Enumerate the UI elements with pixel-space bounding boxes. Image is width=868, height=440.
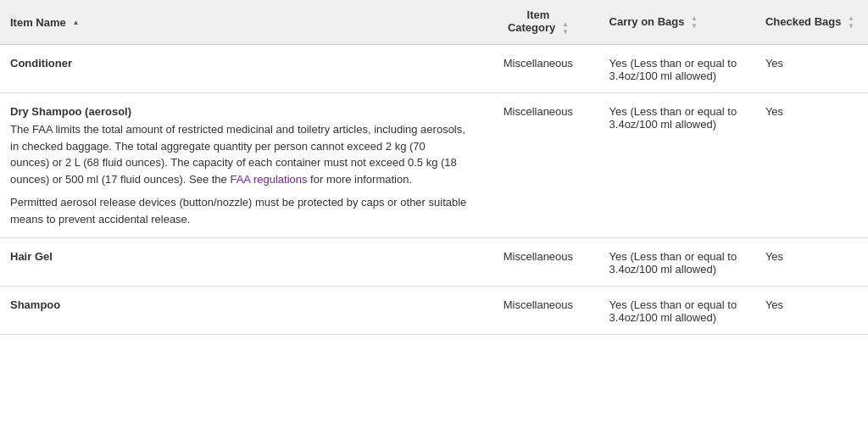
category-value: Miscellaneous <box>504 298 573 311</box>
col-header-item-name[interactable]: Item Name ▲ <box>0 0 477 45</box>
col-header-item-name-label: Item Name <box>10 16 66 29</box>
sort-up-icon-checked: ▲ <box>848 15 854 22</box>
item-category-dry-shampoo: Miscellaneous <box>477 93 598 238</box>
sort-up-icon-carry: ▲ <box>691 15 698 22</box>
checked-conditioner: Yes <box>755 45 868 93</box>
sort-up-icon: ▲ <box>72 19 79 26</box>
item-name-label: Dry Shampoo (aerosol) <box>10 105 467 118</box>
item-name-label: Hair Gel <box>10 250 467 263</box>
item-category-hair-gel: Miscellaneous <box>477 238 598 287</box>
item-name-dry-shampoo: Dry Shampoo (aerosol) The FAA limits the… <box>0 93 477 238</box>
col-header-item-category-label: ItemCategory <box>508 8 555 34</box>
checked-dry-shampoo: Yes <box>755 93 868 238</box>
checked-value: Yes <box>765 250 783 263</box>
items-table: Item Name ▲ ItemCategory ▲ ▼ Carry on Ba… <box>0 0 868 335</box>
item-name-label: Conditioner <box>10 57 467 70</box>
category-value: Miscellaneous <box>504 105 573 118</box>
carry-on-value: Yes (Less than or equal to 3.4oz/100 ml … <box>609 105 737 131</box>
carry-on-value: Yes (Less than or equal to 3.4oz/100 ml … <box>609 57 737 82</box>
item-name-hair-gel: Hair Gel <box>0 238 477 287</box>
faa-regulations-link[interactable]: FAA regulations <box>230 173 307 186</box>
table-row: Shampoo Miscellaneous Yes (Less than or … <box>0 287 868 335</box>
sort-down-icon-checked: ▼ <box>848 23 854 30</box>
item-category-shampoo: Miscellaneous <box>477 287 598 335</box>
sort-arrows-checked[interactable]: ▲ ▼ <box>848 15 854 30</box>
category-value: Miscellaneous <box>504 250 573 263</box>
sort-arrows-carry-on[interactable]: ▲ ▼ <box>691 15 698 30</box>
items-table-container: Item Name ▲ ItemCategory ▲ ▼ Carry on Ba… <box>0 0 868 335</box>
carry-on-value: Yes (Less than or equal to 3.4oz/100 ml … <box>609 298 737 324</box>
item-name-conditioner: Conditioner <box>0 45 477 93</box>
item-description-dry-shampoo: The FAA limits the total amount of restr… <box>10 121 467 227</box>
carry-on-hair-gel: Yes (Less than or equal to 3.4oz/100 ml … <box>599 238 755 287</box>
item-name-label: Shampoo <box>10 298 467 311</box>
sort-down-icon-carry: ▼ <box>691 23 698 30</box>
carry-on-dry-shampoo: Yes (Less than or equal to 3.4oz/100 ml … <box>599 93 755 238</box>
table-row: Hair Gel Miscellaneous Yes (Less than or… <box>0 238 868 287</box>
carry-on-shampoo: Yes (Less than or equal to 3.4oz/100 ml … <box>599 287 755 335</box>
table-row: Dry Shampoo (aerosol) The FAA limits the… <box>0 93 868 238</box>
checked-shampoo: Yes <box>755 287 868 335</box>
category-value: Miscellaneous <box>504 57 573 70</box>
sort-arrows-item-name[interactable]: ▲ <box>72 19 79 26</box>
table-header-row: Item Name ▲ ItemCategory ▲ ▼ Carry on Ba… <box>0 0 868 45</box>
item-name-shampoo: Shampoo <box>0 287 477 335</box>
sort-down-icon-cat: ▼ <box>562 29 569 36</box>
table-body: Conditioner Miscellaneous Yes (Less than… <box>0 45 868 335</box>
checked-value: Yes <box>765 298 783 311</box>
table-row: Conditioner Miscellaneous Yes (Less than… <box>0 45 868 93</box>
col-header-carry-on[interactable]: Carry on Bags ▲ ▼ <box>599 0 755 45</box>
item-category-conditioner: Miscellaneous <box>477 45 598 93</box>
col-header-checked-bags-label: Checked Bags <box>765 15 842 28</box>
carry-on-conditioner: Yes (Less than or equal to 3.4oz/100 ml … <box>599 45 755 93</box>
col-header-item-category[interactable]: ItemCategory ▲ ▼ <box>477 0 598 45</box>
sort-arrows-item-category[interactable]: ▲ ▼ <box>562 21 569 36</box>
col-header-carry-on-label: Carry on Bags <box>609 15 685 28</box>
checked-hair-gel: Yes <box>755 238 868 287</box>
checked-value: Yes <box>765 57 783 70</box>
description-paragraph-1: The FAA limits the total amount of restr… <box>10 121 467 187</box>
description-paragraph-2: Permitted aerosol release devices (butto… <box>10 194 467 227</box>
sort-up-icon-cat: ▲ <box>562 21 569 28</box>
carry-on-value: Yes (Less than or equal to 3.4oz/100 ml … <box>609 250 737 276</box>
col-header-checked-bags[interactable]: Checked Bags ▲ ▼ <box>755 0 868 45</box>
checked-value: Yes <box>765 105 783 118</box>
